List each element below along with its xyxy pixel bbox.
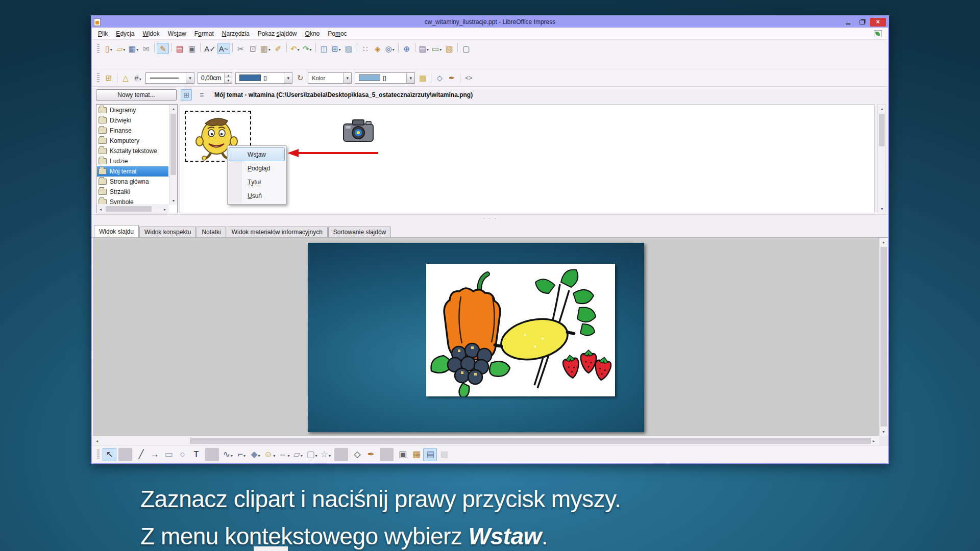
scroll-down-icon[interactable]: ▼ bbox=[879, 428, 888, 436]
open-icon[interactable]: ▱ bbox=[115, 43, 127, 54]
undo-icon[interactable]: ↶ bbox=[289, 43, 301, 54]
line-style-select[interactable] bbox=[145, 72, 194, 84]
scroll-up-icon[interactable]: ▲ bbox=[879, 238, 888, 246]
hyperlink-icon[interactable]: ⊕ bbox=[401, 43, 413, 54]
gallery-folder-dzwieki[interactable]: Dźwięki bbox=[97, 115, 168, 126]
line-width-stepper[interactable]: 0,00cm bbox=[198, 72, 232, 84]
gallery-icon[interactable]: ▤ bbox=[418, 43, 430, 54]
folder-list-hscrollbar[interactable]: ◄ ► bbox=[96, 205, 169, 213]
tab-sortowanie-slajdow[interactable]: Sortowanie slajdów bbox=[328, 227, 391, 237]
table-icon[interactable]: ⊞ bbox=[330, 43, 342, 54]
line-icon[interactable]: ╱ bbox=[134, 448, 148, 461]
menu-okno[interactable]: Okno bbox=[301, 29, 324, 39]
fill-color-select[interactable]: [] bbox=[355, 72, 415, 84]
icon-view-toggle[interactable]: ⊞ bbox=[181, 89, 192, 101]
callouts-icon[interactable]: ▢ bbox=[305, 448, 318, 461]
scroll-thumb[interactable] bbox=[170, 114, 176, 175]
gallery-folder-moj-temat[interactable]: Mój temat bbox=[97, 166, 168, 177]
new-theme-button[interactable]: Nowy temat... bbox=[96, 89, 177, 101]
menu-widok[interactable]: Widok bbox=[138, 29, 163, 39]
tab-widok-slajdu[interactable]: Widok slajdu bbox=[94, 225, 139, 237]
scroll-up-icon[interactable]: ▲ bbox=[878, 105, 886, 113]
menu-edycja[interactable]: Edycja bbox=[112, 29, 138, 39]
gallery-vscrollbar[interactable]: ▲ ▼ bbox=[877, 104, 886, 213]
folder-list-vscrollbar[interactable]: ▲ ▼ bbox=[169, 105, 177, 205]
textbox-icon[interactable]: ▭ bbox=[430, 43, 443, 54]
autospellcheck-icon[interactable]: A~ bbox=[217, 43, 230, 54]
snap-to-grid-icon[interactable]: # bbox=[132, 72, 144, 84]
tab-notatki[interactable]: Notatki bbox=[197, 227, 226, 237]
image-icon[interactable]: ▨ bbox=[342, 43, 355, 54]
navigator-icon[interactable]: ◈ bbox=[372, 43, 384, 54]
menu-narzedzia[interactable]: Narzędzia bbox=[218, 29, 254, 39]
context-menu-item-podglad[interactable]: Podgląd bbox=[229, 161, 285, 175]
block-arrows-icon[interactable]: ⇔ bbox=[277, 448, 291, 461]
gallery-folder-komputery[interactable]: Komputery bbox=[97, 136, 168, 146]
context-menu-item-usun[interactable]: Usuń bbox=[229, 189, 285, 203]
menu-format[interactable]: Format bbox=[190, 29, 218, 39]
export-pdf-icon[interactable]: ▤ bbox=[174, 43, 186, 54]
spin-down-icon[interactable] bbox=[225, 78, 232, 83]
print-icon[interactable]: ▣ bbox=[186, 43, 198, 54]
symbol-shapes-icon[interactable]: ☺ bbox=[262, 448, 277, 461]
gallery-folder-diagramy[interactable]: Diagramy bbox=[97, 105, 168, 115]
scroll-left-icon[interactable]: ◄ bbox=[93, 437, 101, 445]
slide-fruit-image[interactable] bbox=[426, 264, 615, 396]
grid-icon[interactable]: ∷ bbox=[359, 43, 372, 54]
position-size-icon[interactable]: <> bbox=[462, 72, 475, 84]
copy-icon[interactable]: ⊡ bbox=[247, 43, 259, 54]
scroll-thumb[interactable] bbox=[190, 438, 871, 444]
spin-up-icon[interactable] bbox=[225, 73, 232, 78]
scroll-thumb[interactable] bbox=[106, 206, 152, 212]
spelling-icon[interactable]: A✓ bbox=[203, 43, 217, 54]
restore-button[interactable] bbox=[855, 18, 869, 27]
helplines-icon[interactable]: △ bbox=[119, 72, 132, 84]
context-menu-item-wstaw[interactable]: Wstaw bbox=[229, 147, 285, 161]
email-icon[interactable]: ✉ bbox=[140, 43, 152, 54]
scroll-up-icon[interactable]: ▲ bbox=[169, 105, 178, 113]
toolbar-grip[interactable] bbox=[97, 449, 100, 460]
redo-icon[interactable]: ↷ bbox=[301, 43, 313, 54]
context-menu-item-tytul[interactable]: Tytuł bbox=[229, 175, 285, 189]
rotate-mode-icon[interactable]: ↻ bbox=[294, 72, 306, 84]
connector-icon[interactable]: ⌐ bbox=[235, 448, 249, 461]
list-view-toggle[interactable]: ≡ bbox=[196, 89, 207, 101]
flowchart-icon[interactable]: ▱ bbox=[291, 448, 305, 461]
scroll-down-icon[interactable]: ▼ bbox=[878, 205, 886, 213]
insert-slide-icon[interactable]: ▧ bbox=[443, 43, 455, 54]
zoom-icon[interactable]: ◎ bbox=[384, 43, 396, 54]
edit-mode-icon[interactable]: ✎ bbox=[157, 43, 169, 54]
scroll-thumb[interactable] bbox=[880, 247, 887, 427]
gallery-item-camera-clipart[interactable] bbox=[341, 116, 375, 145]
shadow-icon[interactable]: ▩ bbox=[416, 72, 429, 84]
slide-preview[interactable] bbox=[308, 243, 644, 432]
table-icon[interactable]: ⊞ bbox=[103, 72, 115, 84]
basic-shapes-icon[interactable]: ◆ bbox=[249, 448, 262, 461]
menu-wstaw[interactable]: Wstaw bbox=[164, 29, 190, 39]
close-button[interactable]: × bbox=[870, 18, 886, 27]
toolbar-grip[interactable] bbox=[97, 73, 100, 83]
scroll-left-icon[interactable]: ◄ bbox=[96, 205, 105, 213]
new-presentation-icon[interactable]: ▯ bbox=[103, 43, 115, 54]
glue-points-icon[interactable]: ✒ bbox=[446, 72, 458, 84]
text-icon[interactable]: T bbox=[189, 448, 203, 461]
scroll-thumb[interactable] bbox=[879, 114, 885, 146]
gallery-icon[interactable]: ▤ bbox=[423, 448, 437, 461]
gallery-folder-finanse[interactable]: Finanse bbox=[97, 126, 168, 136]
stars-icon[interactable]: ☆ bbox=[318, 448, 332, 461]
minimize-button[interactable] bbox=[841, 18, 854, 27]
fill-style-select[interactable]: Kolor bbox=[308, 72, 352, 84]
snapshot-icon[interactable]: ▣ bbox=[396, 448, 409, 461]
edit-points-icon[interactable]: ◇ bbox=[433, 72, 446, 84]
menu-pokaz-slajdow[interactable]: Pokaz slajdów bbox=[254, 29, 301, 39]
gallery-folder-symbole[interactable]: Symbole bbox=[97, 197, 168, 204]
rotate-icon[interactable]: ▩ bbox=[437, 448, 451, 461]
edit-points-icon[interactable]: ◇ bbox=[350, 448, 364, 461]
paste-icon[interactable]: ▥ bbox=[259, 43, 272, 54]
curve-icon[interactable]: ∿ bbox=[221, 448, 235, 461]
clone-formatting-icon[interactable]: ✐ bbox=[272, 43, 284, 54]
save-icon[interactable]: ▦ bbox=[127, 43, 140, 54]
line-color-select[interactable]: [] bbox=[235, 72, 292, 84]
cut-icon[interactable]: ✂ bbox=[235, 43, 247, 54]
glue-points-icon[interactable]: ✒ bbox=[364, 448, 378, 461]
